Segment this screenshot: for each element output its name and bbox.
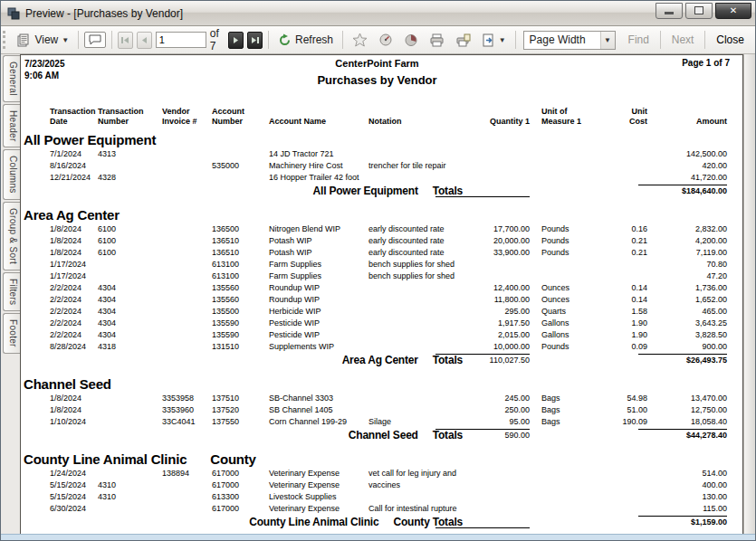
cell-invoice: 138894: [162, 468, 212, 479]
cell-date: 12/21/2024: [50, 172, 98, 184]
cell-unit_cost: 0.21: [612, 235, 647, 247]
group-name: Area Ag Center: [24, 207, 120, 223]
page-count-label: of 7: [210, 27, 225, 52]
minimize-button[interactable]: [656, 3, 683, 19]
col-header: Transaction Date: [50, 107, 98, 127]
cell-account: 136500: [212, 223, 269, 235]
cell-date: 7/1/2024: [50, 148, 98, 160]
cell-account_name: 14 JD Tractor 721: [269, 148, 368, 160]
cell-qty: 17,700.00: [472, 223, 530, 235]
cell-account: 617000: [212, 468, 269, 479]
cell-number: [98, 503, 162, 515]
column-headers: Transaction DateTransaction NumberVendor…: [21, 107, 742, 127]
page-number-input[interactable]: [156, 32, 206, 48]
cell-number: 6100: [98, 235, 162, 247]
cell-account: 613300: [212, 491, 269, 503]
cell-date: 1/17/2024: [50, 259, 98, 270]
cell-account: 137550: [212, 416, 269, 428]
cell-unit_cost: [612, 468, 647, 479]
restore-button[interactable]: [685, 3, 713, 19]
cell-amount: 400.00: [647, 479, 727, 491]
cell-unit_cost: 0.14: [612, 294, 647, 306]
cell-account_name: Potash WIP: [269, 235, 368, 247]
cell-amount: 13,470.00: [647, 393, 727, 404]
cell-qty: [472, 259, 530, 270]
close-preview-button[interactable]: Close: [711, 33, 750, 46]
group-name-secondary: County: [210, 451, 255, 467]
sidebar-tab-footer[interactable]: Footer: [3, 313, 20, 354]
cell-uom: [530, 259, 612, 270]
cell-invoice: [162, 479, 212, 491]
print-layout-button[interactable]: [452, 32, 474, 49]
chevron-down-icon[interactable]: ▼: [600, 32, 615, 49]
cell-account_name: SB-Channel 3303: [269, 393, 368, 404]
favorites-button[interactable]: [349, 31, 371, 49]
cell-uom: [530, 270, 612, 282]
cell-qty: 11,800.00: [472, 294, 530, 306]
cell-uom: [530, 491, 612, 503]
export-icon: [482, 33, 495, 47]
sidebar-tab-header[interactable]: Header: [3, 104, 20, 148]
cell-unit_cost: 0.14: [612, 282, 647, 294]
sidebar-tab-filters[interactable]: Filters: [3, 272, 20, 311]
cell-notation: [368, 282, 472, 294]
toolbar: View ▼ of 7 Ref: [1, 26, 755, 54]
cell-date: 2/2/2024: [50, 318, 98, 329]
totals-word: County Totals: [393, 516, 463, 528]
toolbar-grip[interactable]: [3, 31, 7, 49]
cell-invoice: [162, 503, 212, 515]
cell-account: [212, 148, 269, 160]
cell-notation: [368, 393, 472, 404]
print-button[interactable]: [426, 32, 448, 49]
cell-account: 135560: [212, 294, 269, 306]
totals-quantity: 590.00: [435, 429, 530, 441]
prev-page-button[interactable]: [137, 32, 152, 49]
cell-unit_cost: 51.00: [612, 404, 647, 416]
cell-notation: early discounted rate: [368, 223, 472, 235]
cell-unit_cost: [612, 491, 647, 503]
vertical-scrollbar[interactable]: [743, 54, 755, 534]
table-row: 1/17/2024613100Farm Suppliesbench suppli…: [21, 259, 742, 270]
zoom-select[interactable]: Page Width ▼: [523, 31, 616, 50]
gauge-button[interactable]: [375, 32, 397, 48]
group-totals-row: Area Ag CenterTotals110,027.50$26,493.75: [21, 354, 742, 366]
first-page-button[interactable]: [118, 32, 133, 49]
group-name: All Power Equipment: [24, 132, 156, 147]
find-button[interactable]: Find: [623, 33, 655, 46]
cell-number: 6100: [98, 223, 162, 235]
cell-date: 1/8/2024: [50, 247, 98, 259]
cell-number: 4304: [98, 306, 162, 318]
cell-invoice: [162, 341, 212, 353]
cell-number: [98, 259, 162, 270]
cell-qty: 1,917.50: [472, 318, 530, 329]
cell-notation: [368, 341, 472, 353]
report-time: 9:06 AM: [24, 70, 160, 81]
table-row: 1/8/20243353960137520SB Channel 1405250.…: [21, 404, 742, 416]
cell-qty: 20,000.00: [472, 235, 530, 247]
table-row: 2/2/20244304135560Roundup WIP12,400.00Ou…: [21, 282, 742, 294]
close-window-button[interactable]: ✕: [715, 3, 751, 19]
refresh-button[interactable]: Refresh: [274, 32, 337, 49]
sidebar-tab-general[interactable]: General: [3, 55, 20, 102]
cell-uom: Pounds: [530, 223, 612, 235]
find-next-button[interactable]: Next: [666, 33, 700, 46]
col-header: Amount: [647, 117, 727, 127]
comment-toggle-button[interactable]: [84, 32, 106, 48]
sidebar-tab-columns[interactable]: Columns: [3, 149, 20, 200]
cell-notation: vaccines: [368, 479, 472, 491]
cell-invoice: [162, 318, 212, 329]
export-button[interactable]: ▼: [478, 32, 510, 49]
cell-date: 8/16/2024: [50, 160, 98, 172]
totals-group-name: Channel Seed: [349, 429, 418, 441]
cell-account_name: 16 Hopper Trailer 42 foot: [269, 172, 368, 184]
cell-date: 1/8/2024: [50, 393, 98, 404]
sidebar-tab-group-sort[interactable]: Group & Sort: [3, 202, 20, 270]
last-page-button[interactable]: [247, 32, 263, 49]
cell-notation: trencher for tile repair: [368, 160, 472, 172]
view-button[interactable]: View ▼: [13, 31, 72, 49]
cell-number: 4304: [98, 329, 162, 341]
next-page-button[interactable]: [228, 32, 244, 49]
col-header: Notation: [368, 117, 472, 127]
chart-button[interactable]: [400, 32, 422, 49]
cell-qty: 2,015.00: [472, 329, 530, 341]
